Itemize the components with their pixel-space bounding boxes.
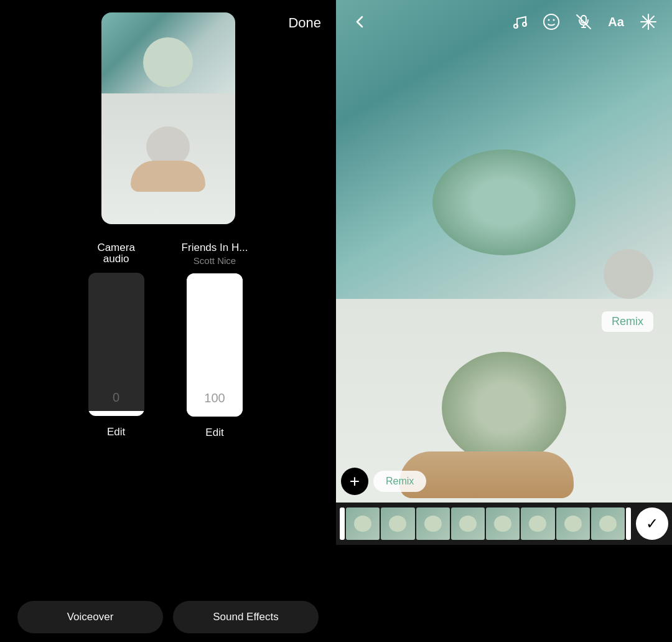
right-top-video [336,0,672,299]
voiceover-label: Voiceover [67,611,114,623]
camera-audio-title-line2: audio [103,253,129,265]
rock-decoration [604,249,653,299]
music-volume-value: 100 [204,391,225,405]
right-panel: Aa Remix + Remix [336,0,672,642]
back-button[interactable] [346,8,373,35]
filmstrip-frame-8 [591,507,625,540]
top-plant-leaf [432,149,576,255]
video-top-frame [101,12,235,93]
top-plant-container [432,149,576,274]
svg-point-1 [523,22,526,26]
camera-edit-label[interactable]: Edit [107,426,125,438]
hand-shape [131,161,205,192]
check-button[interactable]: ✓ [636,507,668,540]
music-track: Friends In H... Scott Nice 100 Edit [182,242,248,439]
svg-point-3 [548,19,550,21]
top-icons-right: Aa [505,8,662,35]
check-icon: ✓ [646,515,658,532]
camera-volume-value: 0 [113,390,119,405]
music-track-title: Friends In H... [182,242,248,254]
bottom-plant-leaf [442,352,566,464]
voice-icon-button[interactable] [570,8,597,35]
video-bottom-frame [101,93,235,224]
music-icon-button[interactable] [505,8,533,35]
filmstrip-bar-right [626,507,631,540]
camera-audio-title-line1: Camera [97,242,134,254]
hand-plant-decoration [131,126,205,192]
plus-icon: + [350,473,360,490]
filmstrip-frames[interactable] [346,507,625,540]
filmstrip-frame-3 [416,507,450,540]
svg-point-4 [553,19,555,21]
remix-tag-top: Remix [602,311,653,332]
filmstrip-bar-left [340,507,345,540]
plus-button[interactable]: + [341,468,368,495]
filmstrip-frame-7 [556,507,590,540]
right-top-bar: Aa [336,0,672,44]
plant-top-decoration [143,37,193,87]
camera-volume-fill [88,411,144,416]
voiceover-button[interactable]: Voiceover [17,601,163,633]
camera-audio-track: Camera audio 0 Edit [88,242,144,438]
bottom-plant-container [442,352,566,464]
remix-tag-bottom: Remix [373,471,426,492]
right-bottom-video: Remix + Remix [336,299,672,545]
audio-controls: Camera audio 0 Edit Friends In H... Scot… [88,242,248,439]
filmstrip-frame-1 [346,507,380,540]
music-edit-label[interactable]: Edit [205,427,223,439]
text-icon-button[interactable]: Aa [602,8,630,35]
svg-point-2 [544,14,559,29]
svg-point-0 [514,24,518,28]
filmstrip-frame-2 [381,507,414,540]
text-icon: Aa [608,15,624,29]
filmstrip: ✓ [336,503,672,545]
filmstrip-frame-4 [451,507,485,540]
face-icon-button[interactable] [538,8,565,35]
filmstrip-frame-5 [486,507,520,540]
sound-effects-button[interactable]: Sound Effects [173,601,319,633]
video-preview [101,12,235,224]
bottom-hand [399,451,574,498]
sparkle-icon-button[interactable] [635,8,662,35]
camera-volume-slider[interactable]: 0 [88,273,144,416]
done-button[interactable]: Done [288,15,321,31]
bottom-buttons: Voiceover Sound Effects [0,592,336,642]
music-volume-slider[interactable]: 100 [187,273,243,417]
left-panel: Done Camera audio 0 Edit Friends In H... [0,0,336,642]
music-track-artist: Scott Nice [194,255,236,266]
filmstrip-frame-6 [521,507,554,540]
sound-effects-label: Sound Effects [213,611,279,623]
